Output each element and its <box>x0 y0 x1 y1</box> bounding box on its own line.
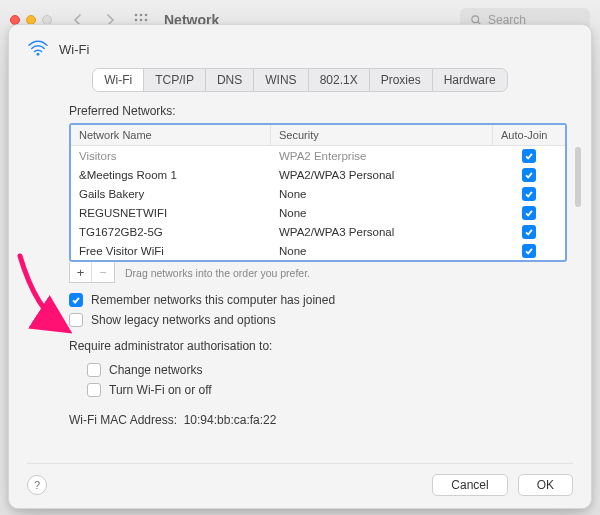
ok-button[interactable]: OK <box>518 474 573 496</box>
table-row[interactable]: REGUSNETWIFI None <box>71 203 565 222</box>
svg-point-0 <box>135 14 138 17</box>
cell-security: WPA2/WPA3 Personal <box>271 226 493 238</box>
change-networks-checkbox[interactable] <box>87 363 101 377</box>
tab-tcpip[interactable]: TCP/IP <box>144 69 206 91</box>
table-header: Network Name Security Auto-Join <box>71 125 565 146</box>
cancel-button[interactable]: Cancel <box>432 474 507 496</box>
table-scrollbar[interactable] <box>575 143 581 258</box>
mac-address-line: Wi-Fi MAC Address: 10:94:bb:ca:fa:22 <box>69 413 567 427</box>
table-row[interactable]: TG1672GB2-5G WPA2/WPA3 Personal <box>71 222 565 241</box>
remember-networks-checkbox[interactable] <box>69 293 83 307</box>
tab-wifi[interactable]: Wi-Fi <box>93 69 144 91</box>
legacy-networks-checkbox[interactable] <box>69 313 83 327</box>
scroll-thumb[interactable] <box>575 147 581 207</box>
cell-network-name: Visitors <box>71 150 271 162</box>
cell-network-name: Gails Bakery <box>71 188 271 200</box>
cell-security: WPA2/WPA3 Personal <box>271 169 493 181</box>
sheet-title: Wi-Fi <box>59 42 89 57</box>
auto-join-checkbox[interactable] <box>522 206 536 220</box>
preferred-networks-label: Preferred Networks: <box>69 104 567 118</box>
tab-8021x[interactable]: 802.1X <box>309 69 370 91</box>
tab-hardware[interactable]: Hardware <box>433 69 507 91</box>
mac-address-value: 10:94:bb:ca:fa:22 <box>184 413 277 427</box>
tab-wins[interactable]: WINS <box>254 69 308 91</box>
auto-join-checkbox[interactable] <box>522 168 536 182</box>
turn-wifi-row[interactable]: Turn Wi-Fi on or off <box>87 383 567 397</box>
svg-point-5 <box>145 19 148 22</box>
drag-hint: Drag networks into the order you prefer. <box>125 267 310 279</box>
auto-join-checkbox[interactable] <box>522 187 536 201</box>
cell-network-name: REGUSNETWIFI <box>71 207 271 219</box>
table-row[interactable]: Visitors WPA2 Enterprise <box>71 146 565 165</box>
add-remove-buttons: + − <box>69 262 115 283</box>
legacy-networks-label: Show legacy networks and options <box>91 313 276 327</box>
svg-point-2 <box>145 14 148 17</box>
remember-networks-row[interactable]: Remember networks this computer has join… <box>69 293 567 307</box>
svg-point-4 <box>140 19 143 22</box>
wifi-icon <box>27 39 49 60</box>
auto-join-checkbox[interactable] <box>522 244 536 258</box>
advanced-sheet: Wi-Fi Wi-Fi TCP/IP DNS WINS 802.1X Proxi… <box>8 24 592 509</box>
column-network-name[interactable]: Network Name <box>71 125 271 145</box>
table-row[interactable]: Gails Bakery None <box>71 184 565 203</box>
table-body: Visitors WPA2 Enterprise &Meetings Room … <box>71 146 565 260</box>
legacy-networks-row[interactable]: Show legacy networks and options <box>69 313 567 327</box>
mac-address-label: Wi-Fi MAC Address: <box>69 413 177 427</box>
tab-proxies[interactable]: Proxies <box>370 69 433 91</box>
cell-network-name: Free Visitor WiFi <box>71 245 271 257</box>
remove-network-button[interactable]: − <box>92 262 114 282</box>
change-networks-row[interactable]: Change networks <box>87 363 567 377</box>
table-row[interactable]: Free Visitor WiFi None <box>71 241 565 260</box>
remember-networks-label: Remember networks this computer has join… <box>91 293 335 307</box>
admin-auth-label: Require administrator authorisation to: <box>69 339 567 353</box>
auto-join-checkbox[interactable] <box>522 225 536 239</box>
tab-bar: Wi-Fi TCP/IP DNS WINS 802.1X Proxies Har… <box>92 68 507 92</box>
change-networks-label: Change networks <box>109 363 202 377</box>
column-auto-join[interactable]: Auto-Join <box>493 125 565 145</box>
cell-network-name: &Meetings Room 1 <box>71 169 271 181</box>
cell-security: None <box>271 188 493 200</box>
preferred-networks-table[interactable]: Network Name Security Auto-Join Visitors… <box>69 123 567 262</box>
add-network-button[interactable]: + <box>70 262 92 282</box>
cell-security: None <box>271 207 493 219</box>
turn-wifi-checkbox[interactable] <box>87 383 101 397</box>
auto-join-checkbox[interactable] <box>522 149 536 163</box>
cell-security: None <box>271 245 493 257</box>
turn-wifi-label: Turn Wi-Fi on or off <box>109 383 212 397</box>
svg-point-1 <box>140 14 143 17</box>
tab-dns[interactable]: DNS <box>206 69 254 91</box>
svg-point-11 <box>37 53 40 56</box>
cell-network-name: TG1672GB2-5G <box>71 226 271 238</box>
cell-security: WPA2 Enterprise <box>271 150 493 162</box>
column-security[interactable]: Security <box>271 125 493 145</box>
svg-point-3 <box>135 19 138 22</box>
help-button[interactable]: ? <box>27 475 47 495</box>
table-row[interactable]: &Meetings Room 1 WPA2/WPA3 Personal <box>71 165 565 184</box>
